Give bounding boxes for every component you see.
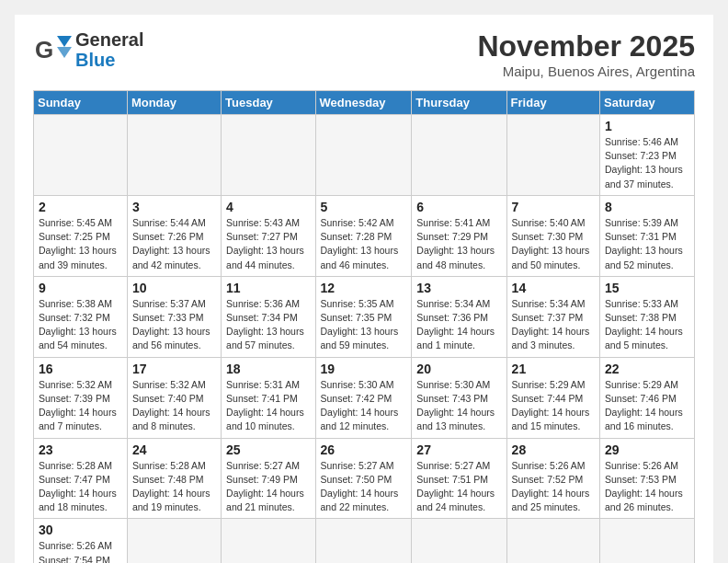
day-info: Sunrise: 5:28 AMSunset: 7:48 PMDaylight:… — [132, 459, 216, 515]
logo-icon: G — [33, 30, 72, 69]
location: Maipu, Buenos Aires, Argentina — [477, 63, 695, 79]
day-number: 14 — [512, 281, 595, 295]
day-number: 9 — [39, 281, 122, 295]
day-number: 2 — [39, 200, 122, 214]
calendar-cell: 13Sunrise: 5:34 AMSunset: 7:36 PMDayligh… — [412, 276, 506, 357]
day-number: 30 — [39, 523, 122, 537]
day-info: Sunrise: 5:41 AMSunset: 7:29 PMDaylight:… — [416, 216, 501, 272]
calendar-cell: 27Sunrise: 5:27 AMSunset: 7:51 PMDayligh… — [412, 438, 506, 519]
calendar-cell: 5Sunrise: 5:42 AMSunset: 7:28 PMDaylight… — [315, 195, 412, 276]
calendar-cell — [412, 519, 506, 563]
day-info: Sunrise: 5:46 AMSunset: 7:23 PMDaylight:… — [605, 135, 689, 191]
day-info: Sunrise: 5:37 AMSunset: 7:33 PMDaylight:… — [132, 297, 216, 353]
logo-general: General — [75, 29, 143, 50]
header-wednesday: Wednesday — [315, 91, 412, 115]
calendar-cell: 23Sunrise: 5:28 AMSunset: 7:47 PMDayligh… — [34, 438, 128, 519]
header-sunday: Sunday — [34, 91, 128, 115]
header-monday: Monday — [127, 91, 221, 115]
svg-marker-2 — [57, 47, 72, 58]
calendar-cell: 1Sunrise: 5:46 AMSunset: 7:23 PMDaylight… — [600, 115, 695, 196]
calendar-cell: 4Sunrise: 5:43 AMSunset: 7:27 PMDaylight… — [222, 195, 315, 276]
calendar-cell: 21Sunrise: 5:29 AMSunset: 7:44 PMDayligh… — [506, 357, 599, 438]
calendar-cell: 9Sunrise: 5:38 AMSunset: 7:32 PMDaylight… — [34, 276, 128, 357]
calendar-cell: 26Sunrise: 5:27 AMSunset: 7:50 PMDayligh… — [315, 438, 412, 519]
day-info: Sunrise: 5:28 AMSunset: 7:47 PMDaylight:… — [39, 459, 122, 515]
calendar-cell — [506, 519, 599, 563]
header-tuesday: Tuesday — [222, 91, 315, 115]
calendar-cell: 30Sunrise: 5:26 AMSunset: 7:54 PMDayligh… — [34, 519, 128, 563]
day-number: 16 — [39, 362, 122, 376]
calendar-cell: 6Sunrise: 5:41 AMSunset: 7:29 PMDaylight… — [412, 195, 506, 276]
day-number: 7 — [512, 200, 595, 214]
day-number: 15 — [605, 281, 689, 295]
day-number: 21 — [512, 362, 595, 376]
day-number: 13 — [416, 281, 501, 295]
calendar-cell — [222, 115, 315, 196]
calendar-cell — [412, 115, 506, 196]
day-number: 22 — [605, 362, 689, 376]
calendar-body: 1Sunrise: 5:46 AMSunset: 7:23 PMDaylight… — [34, 115, 695, 564]
day-number: 23 — [39, 442, 122, 457]
calendar-cell: 2Sunrise: 5:45 AMSunset: 7:25 PMDaylight… — [34, 195, 128, 276]
day-number: 28 — [512, 442, 595, 457]
day-info: Sunrise: 5:32 AMSunset: 7:39 PMDaylight:… — [39, 378, 122, 434]
day-number: 26 — [321, 442, 407, 457]
calendar-cell: 18Sunrise: 5:31 AMSunset: 7:41 PMDayligh… — [222, 357, 315, 438]
day-number: 4 — [226, 200, 310, 214]
month-title: November 2025 — [477, 29, 695, 63]
header: G General Blue November 2025 Maipu, Buen… — [33, 29, 695, 79]
calendar-cell: 24Sunrise: 5:28 AMSunset: 7:48 PMDayligh… — [127, 438, 221, 519]
calendar-cell: 25Sunrise: 5:27 AMSunset: 7:49 PMDayligh… — [222, 438, 315, 519]
day-info: Sunrise: 5:39 AMSunset: 7:31 PMDaylight:… — [605, 216, 689, 272]
day-number: 18 — [226, 362, 310, 376]
calendar-cell: 29Sunrise: 5:26 AMSunset: 7:53 PMDayligh… — [600, 438, 695, 519]
calendar-cell: 28Sunrise: 5:26 AMSunset: 7:52 PMDayligh… — [506, 438, 599, 519]
day-number: 24 — [132, 442, 216, 457]
calendar-cell — [506, 115, 599, 196]
calendar-cell: 7Sunrise: 5:40 AMSunset: 7:30 PMDaylight… — [506, 195, 599, 276]
day-info: Sunrise: 5:27 AMSunset: 7:51 PMDaylight:… — [416, 459, 501, 515]
calendar-cell: 16Sunrise: 5:32 AMSunset: 7:39 PMDayligh… — [34, 357, 128, 438]
calendar-cell — [222, 519, 315, 563]
day-number: 20 — [416, 362, 501, 376]
day-number: 8 — [605, 200, 689, 214]
day-info: Sunrise: 5:29 AMSunset: 7:44 PMDaylight:… — [512, 378, 595, 434]
day-info: Sunrise: 5:43 AMSunset: 7:27 PMDaylight:… — [226, 216, 310, 272]
day-number: 3 — [132, 200, 216, 214]
logo-blue: Blue — [75, 50, 143, 70]
day-info: Sunrise: 5:34 AMSunset: 7:36 PMDaylight:… — [416, 297, 501, 353]
day-info: Sunrise: 5:42 AMSunset: 7:28 PMDaylight:… — [321, 216, 407, 272]
day-number: 17 — [132, 362, 216, 376]
day-number: 6 — [416, 200, 501, 214]
day-info: Sunrise: 5:30 AMSunset: 7:42 PMDaylight:… — [321, 378, 407, 434]
calendar-cell: 8Sunrise: 5:39 AMSunset: 7:31 PMDaylight… — [600, 195, 695, 276]
calendar-cell — [34, 115, 128, 196]
day-number: 27 — [416, 442, 501, 457]
day-info: Sunrise: 5:31 AMSunset: 7:41 PMDaylight:… — [226, 378, 310, 434]
day-info: Sunrise: 5:38 AMSunset: 7:32 PMDaylight:… — [39, 297, 122, 353]
calendar-cell — [127, 519, 221, 563]
day-info: Sunrise: 5:36 AMSunset: 7:34 PMDaylight:… — [226, 297, 310, 353]
header-thursday: Thursday — [412, 91, 506, 115]
calendar-cell: 10Sunrise: 5:37 AMSunset: 7:33 PMDayligh… — [127, 276, 221, 357]
day-info: Sunrise: 5:40 AMSunset: 7:30 PMDaylight:… — [512, 216, 595, 272]
day-info: Sunrise: 5:34 AMSunset: 7:37 PMDaylight:… — [512, 297, 595, 353]
day-number: 10 — [132, 281, 216, 295]
day-number: 1 — [605, 119, 689, 133]
calendar-cell — [600, 519, 695, 563]
calendar-cell — [315, 519, 412, 563]
svg-marker-1 — [57, 36, 72, 47]
day-number: 12 — [321, 281, 407, 295]
calendar-cell: 15Sunrise: 5:33 AMSunset: 7:38 PMDayligh… — [600, 276, 695, 357]
day-info: Sunrise: 5:27 AMSunset: 7:50 PMDaylight:… — [321, 459, 407, 515]
calendar: Sunday Monday Tuesday Wednesday Thursday… — [33, 90, 695, 563]
header-saturday: Saturday — [600, 91, 695, 115]
day-info: Sunrise: 5:32 AMSunset: 7:40 PMDaylight:… — [132, 378, 216, 434]
day-info: Sunrise: 5:44 AMSunset: 7:26 PMDaylight:… — [132, 216, 216, 272]
calendar-cell — [315, 115, 412, 196]
day-info: Sunrise: 5:26 AMSunset: 7:52 PMDaylight:… — [512, 459, 595, 515]
calendar-cell: 19Sunrise: 5:30 AMSunset: 7:42 PMDayligh… — [315, 357, 412, 438]
day-info: Sunrise: 5:45 AMSunset: 7:25 PMDaylight:… — [39, 216, 122, 272]
day-info: Sunrise: 5:26 AMSunset: 7:53 PMDaylight:… — [605, 459, 689, 515]
svg-text:G: G — [35, 36, 53, 63]
